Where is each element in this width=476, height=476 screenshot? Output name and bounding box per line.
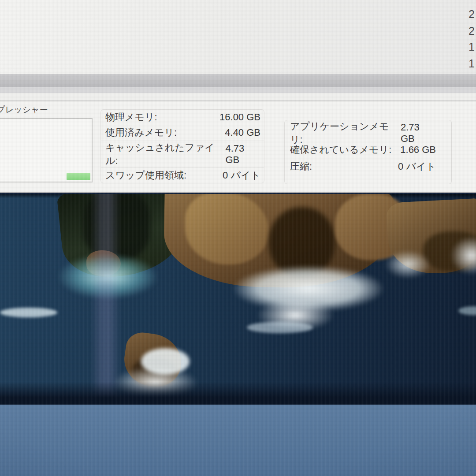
wallpaper-foam bbox=[0, 308, 57, 317]
process-list-area: 2 2 1 1 1 bbox=[0, 0, 476, 74]
stat-row: 確保されているメモリ: 1.66 GB bbox=[290, 141, 436, 158]
stat-row: キャッシュされたファイル: 4.73 GB bbox=[101, 141, 264, 168]
table-overflow-value: 1 bbox=[469, 57, 476, 70]
stat-value: 1.66 GB bbox=[400, 144, 436, 156]
table-overflow-value: 2 bbox=[469, 8, 476, 21]
divider-band bbox=[0, 74, 476, 87]
wallpaper-rock-highlight bbox=[185, 194, 269, 264]
stat-label: 確保されているメモリ: bbox=[290, 143, 391, 156]
stat-value: 0 バイト bbox=[223, 169, 260, 182]
stat-row: 使用済みメモリ: 4.40 GB bbox=[101, 125, 264, 141]
stat-label: 使用済みメモリ: bbox=[105, 126, 177, 139]
wallpaper-dark-water bbox=[0, 382, 476, 405]
stat-value: 4.73 GB bbox=[225, 143, 260, 166]
memory-pressure-label: メモリプレッシャー bbox=[0, 104, 77, 115]
memory-panel: メモリプレッシャー 物理メモリ: 16.00 GB 使用済みメモリ: 4.40 … bbox=[0, 100, 476, 193]
wallpaper-foam bbox=[379, 247, 436, 282]
stat-value: 4.40 GB bbox=[225, 127, 260, 138]
stat-row: 圧縮: 0 バイト bbox=[290, 158, 436, 175]
stat-row: アプリケーションメモリ: 2.73 GB bbox=[290, 125, 436, 141]
wallpaper-foam bbox=[247, 322, 313, 333]
photographed-mac-screen: 2 2 1 1 1 メモリプレッシャー 物理メモリ: 16.00 GB 使用済み… bbox=[0, 0, 476, 476]
stat-label: スワップ使用領域: bbox=[105, 169, 186, 182]
screen-reflection-streak bbox=[90, 194, 121, 405]
dock: 6月 9 bbox=[0, 405, 476, 476]
table-overflow-value: 1 bbox=[469, 41, 476, 53]
memory-pressure-bar bbox=[67, 173, 90, 180]
desktop-wallpaper bbox=[0, 194, 476, 405]
stat-value: 16.00 GB bbox=[219, 112, 260, 123]
table-overflow-value: 2 bbox=[469, 25, 476, 37]
memory-stats-table: 物理メモリ: 16.00 GB 使用済みメモリ: 4.40 GB キャッシュされ… bbox=[100, 109, 264, 183]
stat-label: 圧縮: bbox=[290, 160, 312, 173]
divider-band-light bbox=[0, 87, 476, 93]
memory-pressure-graph bbox=[0, 118, 93, 182]
stat-row: スワップ使用領域: 0 バイト bbox=[101, 168, 264, 183]
wallpaper-foam bbox=[141, 348, 190, 375]
divider-gap bbox=[0, 93, 476, 100]
stat-label: キャッシュされたファイル: bbox=[105, 141, 225, 167]
stat-label: 物理メモリ: bbox=[105, 111, 157, 124]
memory-stats-table-right: アプリケーションメモリ: 2.73 GB 確保されているメモリ: 1.66 GB… bbox=[284, 120, 452, 184]
stat-value: 0 バイト bbox=[398, 160, 436, 173]
stat-row: 物理メモリ: 16.00 GB bbox=[101, 110, 264, 125]
wallpaper-foam bbox=[458, 306, 476, 315]
